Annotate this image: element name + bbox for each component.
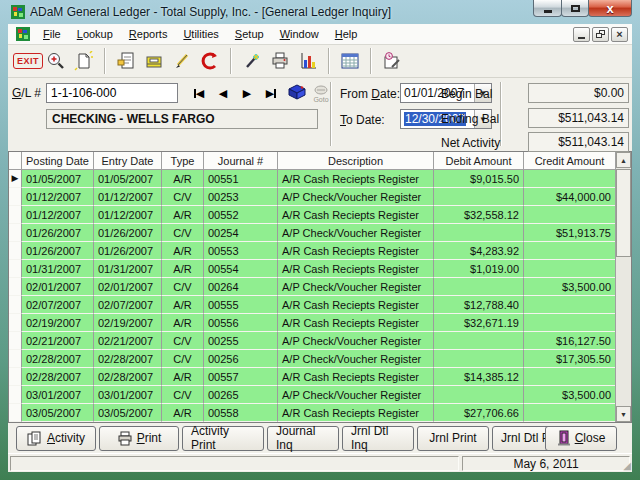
cell-debit: $32,671.19 — [434, 314, 524, 332]
book-icon — [287, 83, 307, 101]
table-row[interactable]: 03/01/2007 03/01/2007 C/V 00265 A/P Chec… — [9, 386, 615, 404]
cancel-button[interactable] — [196, 48, 224, 75]
cell-credit: $3,500.00 — [524, 278, 615, 296]
cell-type: A/R — [162, 242, 204, 260]
zoom-button[interactable] — [42, 48, 70, 75]
bar-chart-icon — [298, 51, 318, 71]
cell-description: A/P Check/Voucher Register — [278, 332, 434, 350]
cell-description: A/P Check/Voucher Register — [278, 386, 434, 404]
table-row[interactable]: 01/12/2007 01/12/2007 C/V 00253 A/P Chec… — [9, 188, 615, 206]
journal-inq-button[interactable]: Journal Inq — [267, 426, 339, 451]
toolbar-separator — [230, 48, 232, 74]
header-posting-date[interactable]: Posting Date — [22, 152, 94, 170]
table-row[interactable]: 02/07/2007 02/07/2007 A/R 00555 A/R Cash… — [9, 296, 615, 314]
save-button[interactable] — [140, 48, 168, 75]
form-separator — [330, 82, 332, 146]
cell-type: A/R — [162, 260, 204, 278]
row-indicator-cell — [9, 296, 22, 314]
table-row[interactable]: 02/19/2007 02/19/2007 A/R 00556 A/R Cash… — [9, 314, 615, 332]
new-document-button[interactable] — [70, 48, 98, 75]
resize-grip-icon[interactable]: ◢ — [623, 461, 631, 471]
table-row[interactable]: 02/01/2007 02/01/2007 C/V 00264 A/P Chec… — [9, 278, 615, 296]
pencil-icon — [172, 51, 192, 71]
edit-entry-button[interactable] — [112, 48, 140, 75]
menu-item-window[interactable]: Window — [272, 26, 327, 42]
table-row[interactable]: 02/28/2007 02/28/2007 A/R 00557 A/R Cash… — [9, 368, 615, 386]
window-title: ADaM General Ledger - Total Supply, Inc.… — [30, 5, 391, 19]
cell-posting-date: 02/07/2007 — [22, 296, 94, 314]
cell-posting-date: 03/05/2007 — [22, 404, 94, 422]
print-toolbar-button[interactable] — [266, 48, 294, 75]
menu-item-lookup[interactable]: Lookup — [69, 26, 121, 42]
cell-journal: 00253 — [204, 188, 278, 206]
mdi-restore-button[interactable] — [592, 27, 609, 42]
scroll-down-button[interactable]: ▼ — [616, 406, 631, 422]
nav-last-button[interactable]: ▶ — [260, 85, 282, 102]
cell-type: C/V — [162, 332, 204, 350]
scroll-up-button[interactable]: ▲ — [616, 152, 631, 168]
jrnl-print-button[interactable]: Jrnl Print — [417, 426, 489, 451]
scrollbar-thumb[interactable] — [616, 169, 631, 257]
gl-number-input[interactable] — [46, 83, 178, 103]
nav-prev-button[interactable]: ◀ — [212, 85, 234, 102]
table-row[interactable]: 01/31/2007 01/31/2007 A/R 00554 A/R Cash… — [9, 260, 615, 278]
table-row[interactable]: 03/05/2007 03/05/2007 A/R 00558 A/R Cash… — [9, 404, 615, 422]
close-button[interactable]: Close — [545, 426, 617, 451]
lookup-button[interactable] — [286, 83, 308, 100]
header-description[interactable]: Description — [278, 152, 434, 170]
cancel-refresh-icon — [200, 51, 220, 71]
schedule-button[interactable] — [378, 48, 406, 75]
menu-item-reports[interactable]: Reports — [121, 26, 176, 42]
print-icon — [117, 431, 133, 446]
exit-button[interactable]: EXIT — [14, 48, 42, 75]
cell-debit: $1,019.00 — [434, 260, 524, 278]
menu-item-help[interactable]: Help — [327, 26, 366, 42]
nav-first-button[interactable]: ◀ — [188, 85, 210, 102]
table-row[interactable]: 01/26/2007 01/26/2007 A/R 00553 A/R Cash… — [9, 242, 615, 260]
pencil-edit-button[interactable] — [168, 48, 196, 75]
table-row[interactable]: ▶ 01/05/2007 01/05/2007 A/R 00551 A/R Ca… — [9, 170, 615, 188]
cell-type: C/V — [162, 224, 204, 242]
maximize-icon — [571, 5, 580, 12]
cell-entry-date: 01/26/2007 — [94, 242, 162, 260]
activity-print-button[interactable]: Activity Print — [182, 426, 264, 451]
window-close-button[interactable]: x — [588, 0, 632, 17]
cell-entry-date: 01/26/2007 — [94, 224, 162, 242]
activity-button[interactable]: Activity — [16, 426, 96, 451]
window-maximize-button[interactable] — [561, 0, 589, 17]
header-entry-date[interactable]: Entry Date — [94, 152, 162, 170]
goto-button[interactable]: Goto — [310, 81, 332, 107]
header-journal[interactable]: Journal # — [204, 152, 278, 170]
cell-posting-date: 03/01/2007 — [22, 386, 94, 404]
window-minimize-button[interactable] — [533, 0, 562, 17]
prev-record-icon: ◀ — [219, 87, 227, 100]
table-row[interactable]: 01/26/2007 01/26/2007 C/V 00254 A/P Chec… — [9, 224, 615, 242]
mdi-minimize-button[interactable] — [573, 27, 590, 42]
header-type[interactable]: Type — [162, 152, 204, 170]
begin-bal-box: $0.00 — [528, 83, 629, 103]
row-indicator-cell — [9, 278, 22, 296]
calendar-button[interactable] — [336, 48, 364, 75]
cell-entry-date: 01/12/2007 — [94, 206, 162, 224]
wizard-button[interactable] — [238, 48, 266, 75]
header-credit[interactable]: Credit Amount — [524, 152, 615, 170]
menu-item-file[interactable]: File — [35, 26, 69, 42]
card-file-icon — [144, 51, 164, 71]
menu-item-utilities[interactable]: Utilities — [175, 26, 226, 42]
mdi-close-button[interactable]: × — [611, 27, 628, 42]
row-indicator-cell — [9, 188, 22, 206]
print-button[interactable]: Print — [99, 426, 179, 451]
table-row[interactable]: 02/21/2007 02/21/2007 C/V 00255 A/P Chec… — [9, 332, 615, 350]
cell-credit — [524, 260, 615, 278]
nav-next-button[interactable]: ▶ — [236, 85, 258, 102]
table-row[interactable]: 02/28/2007 02/28/2007 C/V 00256 A/P Chec… — [9, 350, 615, 368]
account-name-box: CHECKING - WELLS FARGO — [46, 109, 318, 129]
jrnl-dtl-inq-button[interactable]: Jrnl Dtl Inq — [342, 426, 414, 451]
header-debit[interactable]: Debit Amount — [434, 152, 524, 170]
cell-journal: 00256 — [204, 350, 278, 368]
title-bar[interactable]: ADaM General Ledger - Total Supply, Inc.… — [0, 0, 640, 24]
chart-button[interactable] — [294, 48, 322, 75]
menu-item-setup[interactable]: Setup — [227, 26, 272, 42]
table-row[interactable]: 01/12/2007 01/12/2007 A/R 00552 A/R Cash… — [9, 206, 615, 224]
vertical-scrollbar[interactable]: ▲ ▼ — [615, 152, 631, 422]
